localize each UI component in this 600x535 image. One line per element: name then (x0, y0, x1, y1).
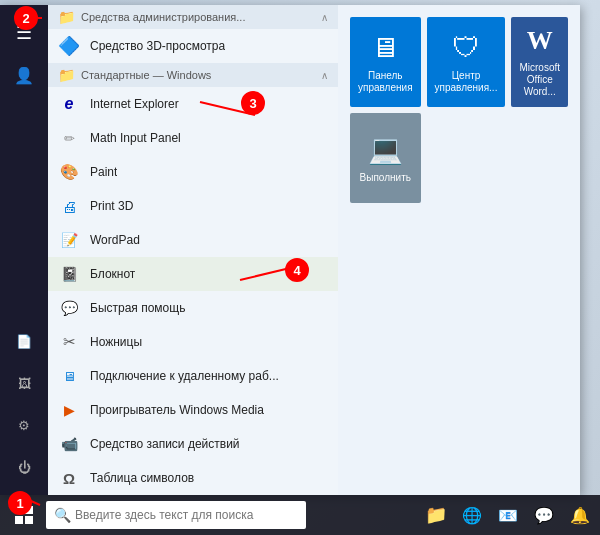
sidebar: ☰ 👤 📄 🖼 ⚙ ⏻ (0, 5, 48, 495)
group-standard-arrow: ∧ (321, 70, 328, 81)
app-icon-rdp: 🖥 (58, 365, 80, 387)
app-wmp[interactable]: ▶ Проигрыватель Windows Media (48, 393, 338, 427)
app-label-math: Math Input Panel (90, 131, 181, 145)
svg-rect-2 (15, 516, 23, 524)
group-standard-label: Стандартные — Windows (81, 69, 211, 81)
taskbar-browser[interactable]: 🌐 (456, 499, 488, 531)
app-label-snipping: Ножницы (90, 335, 142, 349)
app-3d-viewer[interactable]: 🔷 Средство 3D-просмотра (48, 29, 338, 63)
app-icon-snipping: ✂ (58, 331, 80, 353)
group-standard-windows[interactable]: 📁 Стандартные — Windows ∧ (48, 63, 338, 87)
app-icon-3d-viewer: 🔷 (58, 35, 80, 57)
app-label-rdp: Подключение к удаленному раб... (90, 369, 279, 383)
tile-action-center[interactable]: 🛡 Центруправления... (427, 17, 506, 107)
app-icon-charmap: Ω (58, 467, 80, 489)
tiles-area: 🖥 Панель управления 🛡 Центруправления...… (338, 5, 580, 495)
group-admin-tools[interactable]: 📁 Средства администрирования... ∧ (48, 5, 338, 29)
sidebar-hamburger[interactable]: ☰ (2, 13, 46, 53)
app-icon-ie: e (58, 93, 80, 115)
app-wordpad[interactable]: 📝 WordPad (48, 223, 338, 257)
tile-label-control-panel: Панель управления (358, 70, 413, 94)
app-label-wmp: Проигрыватель Windows Media (90, 403, 264, 417)
app-icon-print3d: 🖨 (58, 195, 80, 217)
taskbar-extra[interactable]: 🔔 (564, 499, 596, 531)
app-icon-quickassist: 💬 (58, 297, 80, 319)
taskbar-chat[interactable]: 💬 (528, 499, 560, 531)
app-icon-steps-recorder: 📹 (58, 433, 80, 455)
tile-label-action-center: Центруправления... (435, 70, 498, 94)
app-label-charmap: Таблица символов (90, 471, 194, 485)
search-input[interactable] (75, 508, 298, 522)
search-icon: 🔍 (54, 507, 71, 523)
app-icon-notepad: 📓 (58, 263, 80, 285)
start-menu: ☰ 👤 📄 🖼 ⚙ ⏻ 📁 Средства администрирования… (0, 5, 580, 495)
tile-label-word: MicrosoftOffice Word... (519, 62, 560, 98)
app-label-notepad: Блокнот (90, 267, 135, 281)
tile-icon-control-panel: 🖥 (371, 31, 399, 64)
app-rdp[interactable]: 🖥 Подключение к удаленному раб... (48, 359, 338, 393)
taskbar: 🔍 📁 🌐 📧 💬 🔔 (0, 495, 600, 535)
app-list[interactable]: 📁 Средства администрирования... ∧ 🔷 Сред… (48, 5, 338, 495)
app-icon-math: ✏ (58, 127, 80, 149)
taskbar-icons: 📁 🌐 📧 💬 🔔 (420, 499, 596, 531)
app-paint[interactable]: 🎨 Paint (48, 155, 338, 189)
search-box[interactable]: 🔍 (46, 501, 306, 529)
tile-label-run: Выполнить (360, 172, 411, 184)
tile-icon-word: W (527, 26, 553, 56)
app-notepad[interactable]: 📓 Блокнот (48, 257, 338, 291)
app-label-ie: Internet Explorer (90, 97, 179, 111)
group-admin-tools-label: Средства администрирования... (81, 11, 245, 23)
app-icon-paint: 🎨 (58, 161, 80, 183)
app-snipping[interactable]: ✂ Ножницы (48, 325, 338, 359)
app-quickassist[interactable]: 💬 Быстрая помощь (48, 291, 338, 325)
sidebar-pictures[interactable]: 🖼 (2, 363, 46, 403)
svg-rect-3 (25, 516, 33, 524)
sidebar-settings[interactable]: ⚙ (2, 405, 46, 445)
app-print3d[interactable]: 🖨 Print 3D (48, 189, 338, 223)
app-icon-wordpad: 📝 (58, 229, 80, 251)
tile-icon-run: 💻 (368, 133, 403, 166)
app-charmap[interactable]: Ω Таблица символов (48, 461, 338, 495)
tile-word[interactable]: W MicrosoftOffice Word... (511, 17, 568, 107)
start-button[interactable] (4, 495, 44, 535)
svg-rect-0 (15, 506, 23, 514)
app-label-print3d: Print 3D (90, 199, 133, 213)
app-math-input[interactable]: ✏ Math Input Panel (48, 121, 338, 155)
app-internet-explorer[interactable]: e Internet Explorer (48, 87, 338, 121)
app-label-paint: Paint (90, 165, 117, 179)
svg-rect-1 (25, 506, 33, 514)
sidebar-documents[interactable]: 📄 (2, 321, 46, 361)
app-label-wordpad: WordPad (90, 233, 140, 247)
tile-control-panel[interactable]: 🖥 Панель управления (350, 17, 421, 107)
tile-run[interactable]: 💻 Выполнить (350, 113, 421, 203)
group-admin-tools-arrow: ∧ (321, 12, 328, 23)
taskbar-mail[interactable]: 📧 (492, 499, 524, 531)
taskbar-file-explorer[interactable]: 📁 (420, 499, 452, 531)
app-icon-wmp: ▶ (58, 399, 80, 421)
desktop: ☰ 👤 📄 🖼 ⚙ ⏻ 📁 Средства администрирования… (0, 0, 600, 535)
app-label-3d-viewer: Средство 3D-просмотра (90, 39, 225, 53)
sidebar-user[interactable]: 👤 (2, 55, 46, 95)
app-label-quickassist: Быстрая помощь (90, 301, 185, 315)
sidebar-power[interactable]: ⏻ (2, 447, 46, 487)
app-label-steps-recorder: Средство записи действий (90, 437, 240, 451)
tile-icon-action-center: 🛡 (452, 31, 480, 64)
app-steps-recorder[interactable]: 📹 Средство записи действий (48, 427, 338, 461)
